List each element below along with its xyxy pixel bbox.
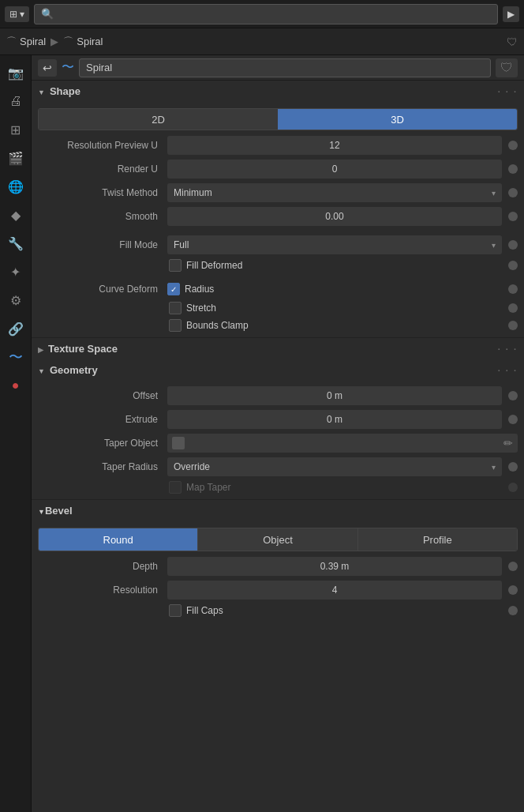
- map-taper-row: Map Taper: [32, 479, 524, 496]
- bevel-section-content: Round Object Profile Depth 0.39 m Resolu…: [32, 521, 524, 622]
- bevel-section: Bevel Round Object Profile Depth 0.39 m: [32, 499, 524, 622]
- twist-method-dot[interactable]: [508, 188, 518, 197]
- breadcrumb-item-2[interactable]: ⌒ Spiral: [63, 35, 103, 49]
- sidebar-item-output[interactable]: 🖨: [3, 88, 28, 114]
- sidebar-item-physics[interactable]: ⚙: [3, 288, 28, 313]
- 2d-button[interactable]: 2D: [39, 109, 278, 130]
- taper-object-icon: [172, 437, 185, 449]
- bounds-clamp-checkbox[interactable]: [169, 319, 182, 332]
- stretch-checkbox[interactable]: [169, 302, 182, 314]
- offset-value[interactable]: 0 m: [167, 386, 502, 405]
- fake-user-button[interactable]: 🛡: [496, 58, 518, 77]
- bevel-tab-profile[interactable]: Profile: [357, 528, 517, 551]
- bevel-section-header[interactable]: Bevel: [32, 499, 524, 521]
- search-bar[interactable]: 🔍: [34, 4, 498, 24]
- fill-deformed-checkbox[interactable]: [169, 259, 182, 272]
- shape-collapse-icon: [38, 85, 45, 97]
- geometry-section-title: Geometry: [50, 364, 98, 376]
- fill-caps-checkbox[interactable]: [169, 604, 182, 617]
- smooth-dot[interactable]: [508, 212, 518, 221]
- fill-caps-dot[interactable]: [508, 606, 518, 615]
- geometry-section-dots: · · ·: [498, 366, 518, 375]
- object-name-text: Spiral: [86, 62, 112, 73]
- bevel-tabs: Round Object Profile: [38, 528, 518, 551]
- 3d-button[interactable]: 3D: [278, 109, 517, 130]
- twist-method-row: Twist Method Minimum ▾: [32, 181, 524, 205]
- bounds-clamp-dot[interactable]: [508, 321, 518, 330]
- twist-method-value: Minimum: [174, 187, 212, 198]
- resolution-preview-value[interactable]: 12: [167, 136, 502, 155]
- offset-dot[interactable]: [508, 391, 518, 400]
- smooth-row: Smooth 0.00: [32, 205, 524, 228]
- sidebar-item-material[interactable]: ●: [3, 373, 28, 398]
- workspace-selector[interactable]: ⊞ ▾: [5, 6, 29, 22]
- taper-radius-dropdown[interactable]: Override ▾: [167, 457, 502, 476]
- sidebar-item-scene[interactable]: 🎬: [3, 145, 28, 171]
- object-name-field[interactable]: Spiral: [79, 58, 491, 77]
- sidebar-item-constraints[interactable]: 🔗: [3, 316, 28, 341]
- radius-wrap: Radius: [167, 283, 502, 295]
- resolution-preview-label: Resolution Preview U: [38, 140, 164, 151]
- expand-button[interactable]: ▶: [503, 6, 519, 22]
- data-curve-icon: 〜: [62, 59, 74, 76]
- search-input[interactable]: [58, 8, 491, 20]
- fill-mode-row: Fill Mode Full ▾: [32, 233, 524, 257]
- depth-dot[interactable]: [508, 562, 518, 571]
- breadcrumb-item-1[interactable]: ⌒ Spiral: [6, 35, 46, 49]
- resolution-row: Resolution 4: [32, 578, 524, 602]
- sidebar-item-world[interactable]: 🌐: [3, 174, 28, 199]
- taper-radius-dot[interactable]: [508, 462, 518, 472]
- render-u-value[interactable]: 0: [167, 160, 502, 179]
- top-bar-left: ⊞ ▾: [5, 6, 29, 22]
- resolution-dot[interactable]: [508, 585, 518, 595]
- depth-value[interactable]: 0.39 m: [167, 557, 502, 576]
- offset-label: Offset: [38, 390, 164, 401]
- curve-deform-radius-row: Curve Deform Radius: [32, 279, 524, 299]
- bounds-clamp-wrap: Bounds Clamp: [169, 319, 500, 332]
- fill-caps-wrap: Fill Caps: [169, 604, 500, 617]
- geometry-section: Geometry · · · Offset 0 m Extrude 0 m: [32, 359, 524, 499]
- texture-space-title: Texture Space: [48, 343, 118, 355]
- resolution-preview-row: Resolution Preview U 12: [32, 133, 524, 157]
- radius-dot[interactable]: [508, 284, 518, 294]
- texture-space-section[interactable]: Texture Space · · ·: [32, 337, 524, 359]
- workspace-icon: ⊞: [9, 9, 17, 20]
- geometry-section-header[interactable]: Geometry · · ·: [32, 359, 524, 381]
- render-u-dot[interactable]: [508, 164, 518, 174]
- history-icon[interactable]: ↩: [38, 59, 57, 77]
- shape-section-header[interactable]: Shape · · ·: [32, 81, 524, 102]
- curve-icon-2: ⌒: [63, 35, 73, 49]
- bevel-collapse-icon: [38, 505, 45, 517]
- stretch-row: Stretch: [32, 299, 524, 317]
- map-taper-wrap: Map Taper: [169, 481, 500, 494]
- bounds-clamp-label: Bounds Clamp: [186, 320, 249, 331]
- extrude-label: Extrude: [38, 414, 164, 425]
- sidebar-item-particles[interactable]: ✦: [3, 259, 28, 284]
- taper-object-field[interactable]: ✏: [167, 434, 518, 453]
- sidebar-item-modifier[interactable]: 🔧: [3, 231, 28, 256]
- sidebar-item-view-layer[interactable]: ⊞: [3, 117, 28, 142]
- extrude-value[interactable]: 0 m: [167, 410, 502, 429]
- taper-object-label: Taper Object: [38, 438, 164, 449]
- fill-mode-dot[interactable]: [508, 240, 518, 250]
- extrude-row: Extrude 0 m: [32, 408, 524, 431]
- fill-deformed-dot[interactable]: [508, 261, 518, 270]
- sidebar-item-data[interactable]: 〜: [3, 344, 28, 370]
- radius-checkbox[interactable]: [167, 283, 180, 295]
- extrude-dot[interactable]: [508, 415, 518, 424]
- bevel-tab-object[interactable]: Object: [197, 528, 357, 551]
- resolution-preview-dot[interactable]: [508, 141, 518, 150]
- breadcrumb: ⌒ Spiral ▶ ⌒ Spiral 🛡: [0, 28, 524, 55]
- bevel-tab-round[interactable]: Round: [39, 528, 197, 551]
- sidebar-item-render[interactable]: 📷: [3, 60, 28, 85]
- fill-mode-dropdown[interactable]: Full ▾: [167, 235, 502, 254]
- smooth-value[interactable]: 0.00: [167, 207, 502, 226]
- twist-method-dropdown[interactable]: Minimum ▾: [167, 183, 502, 202]
- resolution-value[interactable]: 4: [167, 581, 502, 600]
- expand-icon: ▶: [507, 9, 515, 20]
- stretch-dot[interactable]: [508, 303, 518, 313]
- search-icon: 🔍: [41, 8, 54, 20]
- fill-mode-label: Fill Mode: [38, 239, 164, 250]
- bevel-section-title: Bevel: [45, 505, 73, 517]
- sidebar-item-object[interactable]: ◆: [3, 202, 28, 227]
